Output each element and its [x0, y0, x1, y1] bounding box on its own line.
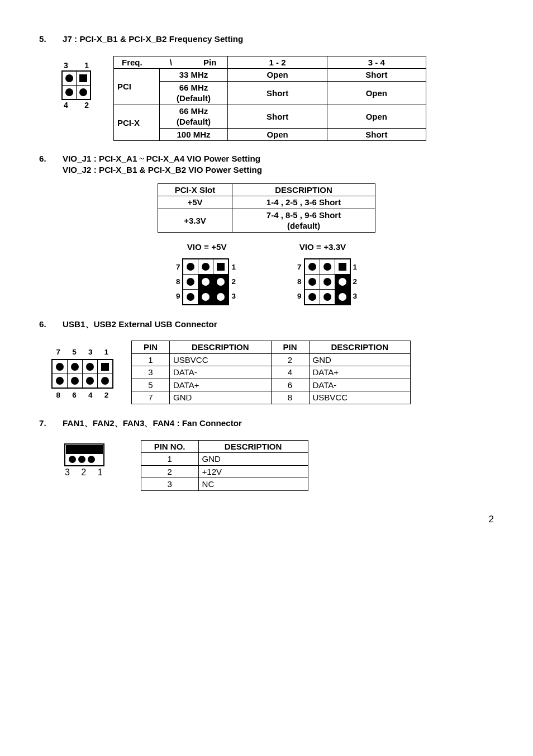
pin-label: 2	[104, 390, 109, 400]
section-title-text: VIO_J1 : PCI-X_A1 ~ PCI-X_A4 VIO Power S…	[63, 153, 262, 164]
pin-circle-icon	[308, 263, 316, 271]
pin-label: 2	[84, 100, 89, 110]
pin-label: 3	[353, 291, 358, 301]
table-cell: 4	[271, 366, 309, 379]
section-title-text: J7 : PCI-X_B1 & PCI-X_B2 Frequency Setti…	[63, 34, 243, 45]
pin-label: 5	[72, 347, 77, 357]
col-3-4: 3 - 4	[327, 56, 426, 69]
usb-connector-diagram: 7 5 3 1 8 6 4 2	[50, 347, 115, 400]
col-slot: PCI-X Slot	[158, 183, 232, 196]
table-cell: PCI	[114, 69, 160, 105]
fan-shroud-icon	[66, 445, 103, 454]
pin-label: 3	[231, 291, 236, 301]
pin-circle-icon	[69, 456, 76, 463]
col-1-2: 1 - 2	[228, 56, 327, 69]
table-cell: +5V	[158, 196, 232, 209]
vio-33v-jumper: 7 8 9 1 2 3	[297, 258, 357, 305]
page-number: 2	[39, 513, 494, 526]
section-num: 6.	[39, 319, 53, 330]
usb-pin-table: PIN DESCRIPTION PIN DESCRIPTION 1 USBVCC…	[131, 341, 411, 404]
table-cell: Short	[327, 128, 426, 141]
table-cell: USBVCC	[309, 391, 411, 404]
table-cell: 100 MHz	[159, 128, 228, 141]
table-cell: 66 MHz(Default)	[159, 81, 228, 105]
table-cell: DATA+	[309, 366, 411, 379]
pin-circle-icon	[71, 377, 79, 385]
vio-5v-label: VIO = +5V	[187, 242, 227, 253]
vio-table: PCI-X Slot DESCRIPTION +5V 1-4 , 2-5 , 3…	[158, 183, 375, 233]
section-6a-title: 6. VIO_J1 : PCI-X_A1 ~ PCI-X_A4 VIO Powe…	[39, 153, 494, 176]
pin-label: 1	[104, 347, 109, 357]
col-desc: DESCRIPTION	[309, 341, 411, 354]
pin-label: 1	[353, 262, 358, 272]
pin-label: 9	[176, 291, 180, 301]
table-cell: Short	[228, 81, 327, 105]
pin1-square-icon	[339, 263, 346, 271]
table-cell: 1	[132, 353, 170, 366]
col-pin: PIN	[271, 341, 309, 354]
table-cell: 1	[141, 453, 198, 466]
table-cell: USBVCC	[170, 353, 272, 366]
pin-circle-icon	[202, 278, 210, 286]
table-cell: PCI-X	[114, 105, 160, 141]
pin-label: 8	[56, 390, 61, 400]
table-cell: DATA+	[170, 379, 272, 391]
table-cell: 66 MHz(Default)	[159, 105, 228, 128]
section-5-title: 5. J7 : PCI-X_B1 & PCI-X_B2 Frequency Se…	[39, 34, 494, 45]
table-cell: 33 MHz	[159, 69, 228, 82]
table-cell: 5	[132, 379, 170, 391]
table-cell: GND	[170, 391, 272, 404]
pin-circle-icon	[86, 377, 94, 385]
fan-pin-labels: 3 2 1	[61, 467, 107, 479]
pin-circle-icon	[202, 263, 210, 271]
table-cell: DATA-	[309, 379, 411, 391]
pin-circle-icon	[308, 293, 316, 301]
pin-circle-icon	[71, 363, 79, 371]
vio-5v-jumper: 7 8 9 1 2 3	[176, 258, 236, 305]
pin-label: 6	[72, 390, 77, 400]
pin-circle-icon	[101, 377, 109, 385]
pin-label: 7	[176, 262, 180, 272]
table-cell: 8	[271, 391, 309, 404]
pin-circle-icon	[323, 278, 331, 286]
pin-label: 3	[88, 347, 93, 357]
table-cell: +12V	[198, 465, 308, 478]
section-7-title: 7. FAN1、FAN2、FAN3、FAN4 : Fan Connector	[39, 418, 494, 429]
pin-circle-icon	[217, 278, 225, 286]
table-cell: 2	[141, 465, 198, 478]
pin-label: 2	[231, 277, 236, 287]
pin-circle-icon	[79, 88, 87, 96]
pin-circle-icon	[202, 293, 210, 301]
table-cell: 7	[132, 391, 170, 404]
pin-circle-icon	[323, 263, 331, 271]
pin1-square-icon	[101, 363, 109, 371]
table-cell: GND	[198, 453, 308, 466]
col-desc: DESCRIPTION	[198, 440, 308, 453]
table-cell: 2	[271, 353, 309, 366]
pin-circle-icon	[339, 293, 346, 301]
pin-circle-icon	[56, 377, 64, 385]
pin-circle-icon	[187, 263, 194, 271]
table-cell: Short	[327, 69, 426, 82]
pin-label: 1	[84, 60, 89, 70]
table-cell: 7-4 , 8-5 , 9-6 Short(default)	[232, 209, 375, 232]
pin-circle-icon	[56, 363, 64, 371]
col-desc: DESCRIPTION	[170, 341, 272, 354]
pin-label: 1	[231, 262, 236, 272]
table-cell: DATA-	[170, 366, 272, 379]
col-desc: DESCRIPTION	[232, 183, 375, 196]
section-title-text: USB1、USB2 External USB Connector	[63, 319, 217, 330]
pin-header: Pin	[203, 57, 224, 68]
table-cell: NC	[198, 478, 308, 491]
section-num: 6.	[39, 153, 53, 176]
table-cell: Open	[327, 81, 426, 105]
pin-circle-icon	[65, 74, 73, 82]
section-title-text: FAN1、FAN2、FAN3、FAN4 : Fan Connector	[63, 418, 242, 429]
j7-frequency-table: Freq. \ Pin 1 - 2 3 - 4 PCI 33 MHz Open …	[113, 56, 426, 141]
table-cell: 3	[141, 478, 198, 491]
pin-label: 7	[56, 347, 61, 357]
pin-circle-icon	[323, 293, 331, 301]
pin-circle-icon	[65, 88, 73, 96]
table-cell: 6	[271, 379, 309, 391]
pin-label: 8	[297, 277, 302, 287]
